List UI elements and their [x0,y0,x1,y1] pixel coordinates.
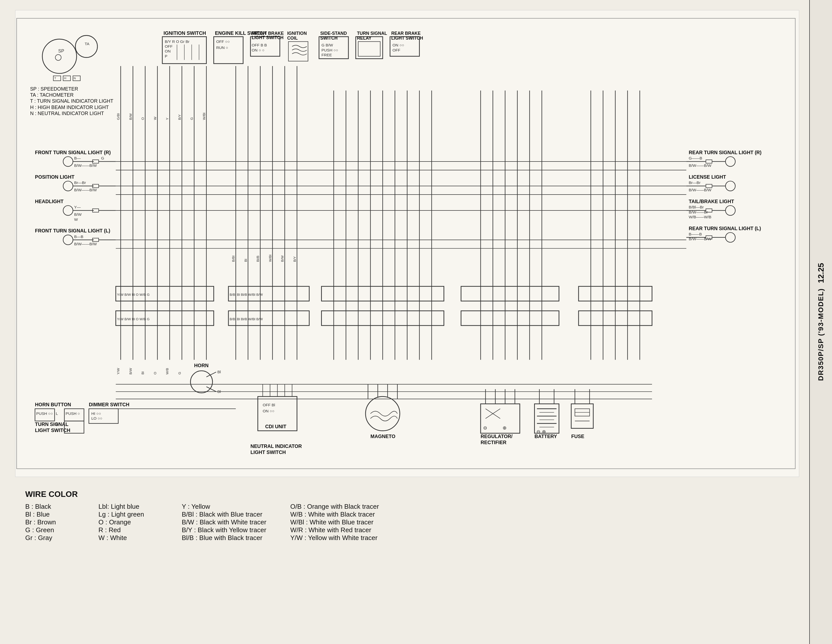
main-content: SP TA T H N SP : SPEEDOMETER TA : TACHOM… [0,0,809,644]
svg-text:Bl: Bl [244,259,248,262]
svg-text:W/B: W/B [165,368,169,374]
wire-color-item: W : White [98,534,174,542]
svg-text:TA : TACHOMETER: TA : TACHOMETER [30,92,74,97]
svg-text:B—B: B—B [74,235,83,239]
svg-text:RECTIFIER: RECTIFIER [481,439,506,445]
svg-text:REAR TURN SIGNAL LIGHT (L): REAR TURN SIGNAL LIGHT (L) [689,225,761,231]
svg-text:SIDE-STAND: SIDE-STAND [320,31,347,36]
wire-color-item: Gr : Gray [25,534,91,542]
svg-text:⊖: ⊖ [483,425,487,430]
svg-text:COIL: COIL [287,35,298,41]
svg-text:Bl: Bl [141,371,145,374]
svg-text:B/W: B/W [129,368,133,374]
svg-text:W: W [74,217,78,222]
svg-text:B/Bl  Bl  Bl/B  W/Bl  B/W: B/Bl Bl Bl/B W/Bl B/W [230,293,263,297]
svg-text:O: O [141,117,145,120]
svg-text:FREE: FREE [322,53,332,57]
right-sidebar: 12.25 DR350P/SP ('93-MODEL) [809,0,832,644]
svg-text:OFF: OFF [165,44,173,48]
svg-text:NEUTRAL INDICATOR: NEUTRAL INDICATOR [250,443,302,449]
svg-text:HORN BUTTON: HORN BUTTON [35,402,71,407]
svg-text:⊖  ⊕: ⊖ ⊕ [536,429,546,434]
wire-color-col1: B : Black Bl : Blue Br : Brown G : Green… [25,503,91,542]
svg-text:LIGHT SWITCH: LIGHT SWITCH [250,449,286,455]
svg-text:DIMMER SWITCH: DIMMER SWITCH [89,402,129,407]
svg-text:CDI UNIT: CDI UNIT [265,424,286,429]
svg-text:HI  ○○: HI ○○ [91,411,101,415]
svg-text:TAIL/BRAKE LIGHT: TAIL/BRAKE LIGHT [689,198,734,204]
svg-text:BATTERY: BATTERY [534,433,557,439]
svg-text:Bl: Bl [218,370,221,374]
svg-text:LIGHT SWITCH: LIGHT SWITCH [252,35,283,40]
svg-text:REGULATOR/: REGULATOR/ [481,433,513,439]
svg-text:OFF B  B: OFF B B [252,43,267,47]
wire-color-item: B : Black [25,503,91,510]
svg-text:G: G [178,372,181,374]
wire-color-col2: Lbl: Light blue Lg : Light green O : Ora… [98,503,174,542]
svg-text:IGNITION: IGNITION [287,31,307,36]
wire-color-item: Lbl: Light blue [98,503,174,510]
svg-text:TURN SIGNAL: TURN SIGNAL [35,422,69,427]
svg-text:R: R [56,422,59,427]
svg-text:W: W [153,117,157,120]
svg-text:Y: Y [165,118,169,120]
svg-text:TA: TA [85,42,90,46]
svg-text:W/Bl: W/Bl [268,255,272,262]
svg-text:T: T [54,77,56,80]
wire-color-item: Bl/B : Blue with Black tracer [182,534,283,542]
svg-text:B/W——B/W: B/W——B/W [74,188,97,192]
svg-text:FRONT TURN SIGNAL LIGHT (L): FRONT TURN SIGNAL LIGHT (L) [35,228,110,233]
svg-text:G/Bl: G/Bl [116,113,120,120]
wire-color-item: B/W : Black with White tracer [182,518,283,526]
wire-color-item: R : Red [98,526,174,534]
page-number: 12.25 [816,263,826,283]
svg-text:B/W: B/W [129,113,133,120]
svg-text:IGNITION SWITCH: IGNITION SWITCH [163,30,206,36]
svg-text:FUSE: FUSE [571,433,584,439]
svg-text:T  : TURN SIGNAL INDICATOR LIG: T : TURN SIGNAL INDICATOR LIGHT [30,98,114,104]
diagram-area: SP TA T H N SP : SPEEDOMETER TA : TACHOM… [15,10,799,477]
svg-text:N: N [74,77,76,80]
wire-color-item: Y : Yellow [182,503,283,510]
svg-text:ON   ○  ○: ON ○ ○ [252,48,264,52]
svg-text:B/W——B/W: B/W——B/W [689,237,711,241]
svg-text:ON  ○○: ON ○○ [392,43,404,47]
wire-color-title: WIRE COLOR [25,489,789,499]
svg-text:B/W——Br: B/W——Br [689,210,708,214]
wire-color-col3: Y : Yellow B/Bl : Black with Blue tracer… [182,503,283,542]
svg-text:N  : NEUTRAL INDICATOR LIGHT: N : NEUTRAL INDICATOR LIGHT [30,110,104,116]
svg-text:B/Bl: B/Bl [232,256,235,262]
svg-text:B/Y R  O  Gr Br: B/Y R O Gr Br [165,39,190,44]
wire-color-grid: B : Black Bl : Blue Br : Brown G : Green… [25,503,789,542]
svg-text:B/Y: B/Y [178,114,181,120]
svg-text:L: L [56,411,58,415]
svg-text:PUSH ○○: PUSH ○○ [322,48,338,52]
svg-text:B/W: B/W [74,212,82,217]
svg-text:Y/W  B/W  Bl  O  W/B  G: Y/W B/W Bl O W/B G [117,293,150,297]
wire-color-item: O/B : Orange with Black tracer [290,503,396,510]
svg-text:W/B——W/B: W/B——W/B [689,215,711,219]
wire-color-col4: O/B : Orange with Black tracer W/B : Whi… [290,503,396,542]
svg-text:OFF  Bl: OFF Bl [263,403,275,407]
svg-text:RUN  ○: RUN ○ [216,45,228,50]
svg-text:B/Bl  Bl  Bl/B  W/Bl  B/W: B/Bl Bl Bl/B W/Bl B/W [230,317,263,321]
svg-text:POSITION LIGHT: POSITION LIGHT [35,174,74,180]
svg-text:ON: ON [165,49,171,53]
svg-text:W/Bl: W/Bl [202,113,206,120]
wire-color-item: Br : Brown [25,518,91,526]
wire-color-item: W/R : White with Red tracer [290,526,396,534]
svg-text:OFF: OFF [392,48,400,52]
wire-color-section: WIRE COLOR B : Black Bl : Blue Br : Brow… [15,484,799,547]
svg-text:REAR TURN SIGNAL LIGHT (R): REAR TURN SIGNAL LIGHT (R) [689,150,761,155]
wire-color-item: O : Orange [98,518,174,526]
svg-text:Bl/B: Bl/B [256,256,260,262]
svg-text:⊕: ⊕ [502,425,507,430]
svg-text:PUSH ○: PUSH ○ [66,411,80,415]
svg-text:H: H [64,77,66,80]
svg-text:O: O [153,372,157,374]
svg-text:Y/W: Y/W [116,368,120,374]
svg-text:B/W——B/W: B/W——B/W [74,242,97,246]
svg-text:LIGHT SWITCH: LIGHT SWITCH [35,427,70,433]
svg-text:G: G [190,117,194,120]
svg-text:TURN SIGNAL: TURN SIGNAL [357,31,387,36]
